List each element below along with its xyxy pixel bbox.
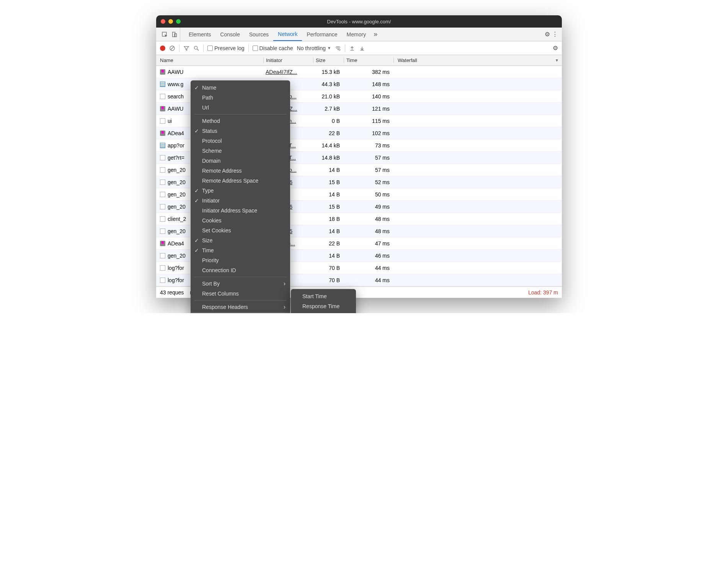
request-name: gen_20 [168, 191, 186, 198]
menu-item-response-headers[interactable]: Response Headers [191, 302, 290, 312]
menu-item-scheme[interactable]: Scheme [191, 146, 290, 156]
size-cell: 14 B [313, 253, 344, 259]
file-icon [160, 216, 165, 222]
request-name: ADea4 [168, 130, 184, 136]
menu-item-initiator-address-space[interactable]: Initiator Address Space [191, 206, 290, 216]
request-name: log?for [168, 277, 184, 283]
download-har-icon[interactable] [359, 45, 365, 51]
time-cell: 73 ms [344, 142, 393, 149]
settings-icon[interactable]: ⚙ [543, 31, 551, 38]
waterfall-submenu[interactable]: Start TimeResponse TimeEnd TimeTotal Dur… [291, 289, 356, 313]
time-cell: 50 ms [344, 191, 393, 198]
filter-icon[interactable] [183, 45, 189, 51]
table-row[interactable]: AAWUADea4I7IfZ...15.3 kB382 ms [156, 66, 562, 78]
menu-item-sort-by[interactable]: Sort By [191, 279, 290, 289]
menu-item-remote-address[interactable]: Remote Address [191, 166, 290, 176]
file-icon [160, 229, 165, 234]
request-count: 43 reques [160, 289, 184, 296]
file-icon [160, 278, 165, 283]
submenu-item-start-time[interactable]: Start Time [291, 291, 356, 301]
menu-item-name[interactable]: Name [191, 83, 290, 93]
size-cell: 70 B [313, 277, 344, 283]
load-time: Load: 397 m [528, 289, 558, 296]
tab-performance[interactable]: Performance [302, 28, 342, 41]
file-icon [160, 155, 165, 160]
header-time[interactable]: Time [344, 57, 393, 63]
tab-memory[interactable]: Memory [342, 28, 371, 41]
menu-item-type[interactable]: Type [191, 186, 290, 196]
more-tabs-icon[interactable]: » [370, 30, 380, 38]
size-cell: 15 B [313, 179, 344, 185]
throttling-select[interactable]: No throttling▼ [297, 45, 331, 51]
request-name: app?or [168, 142, 184, 149]
menu-item-connection-id[interactable]: Connection ID [191, 265, 290, 275]
size-cell: 15.3 kB [313, 69, 344, 75]
request-name: client_2 [168, 216, 186, 222]
disable-cache-checkbox[interactable]: Disable cache [253, 45, 293, 51]
preserve-log-checkbox[interactable]: Preserve log [207, 45, 245, 51]
kebab-icon[interactable]: ⋮ [551, 31, 559, 38]
menu-item-time[interactable]: Time [191, 245, 290, 255]
time-cell: 44 ms [344, 265, 393, 271]
tab-network[interactable]: Network [273, 28, 302, 41]
time-cell: 102 ms [344, 130, 393, 136]
file-icon [160, 143, 165, 148]
record-button[interactable] [160, 46, 165, 51]
request-name: get?rt= [168, 155, 184, 161]
file-icon [160, 192, 165, 197]
network-settings-icon[interactable]: ⚙ [553, 45, 558, 51]
file-icon [160, 94, 165, 99]
header-name[interactable]: Name [156, 57, 263, 63]
tab-elements[interactable]: Elements [184, 28, 215, 41]
menu-item-initiator[interactable]: Initiator [191, 196, 290, 206]
header-context-menu[interactable]: NamePathUrlMethodStatusProtocolSchemeDom… [191, 80, 290, 313]
upload-har-icon[interactable] [349, 45, 355, 51]
size-cell: 14.8 kB [313, 155, 344, 161]
size-cell: 14 B [313, 167, 344, 173]
file-icon [160, 106, 165, 111]
menu-item-remote-address-space[interactable]: Remote Address Space [191, 176, 290, 186]
size-cell: 70 B [313, 265, 344, 271]
menu-item-method[interactable]: Method [191, 116, 290, 126]
menu-item-set-cookies[interactable]: Set Cookies [191, 225, 290, 235]
menu-item-protocol[interactable]: Protocol [191, 136, 290, 146]
time-cell: 57 ms [344, 155, 393, 161]
search-icon[interactable] [193, 45, 199, 51]
file-icon [160, 253, 165, 258]
network-conditions-icon[interactable] [335, 45, 341, 51]
device-toggle-icon[interactable] [171, 31, 178, 38]
request-name: AAWU [168, 69, 183, 75]
clear-icon[interactable] [169, 45, 175, 51]
tab-sources[interactable]: Sources [245, 28, 273, 41]
header-initiator[interactable]: Initiator [263, 57, 313, 63]
menu-item-reset-columns[interactable]: Reset Columns [191, 289, 290, 299]
menu-item-cookies[interactable]: Cookies [191, 216, 290, 225]
submenu-item-end-time[interactable]: End Time [291, 311, 356, 313]
file-icon [160, 204, 165, 209]
size-cell: 22 B [313, 130, 344, 136]
submenu-item-response-time[interactable]: Response Time [291, 301, 356, 311]
time-cell: 121 ms [344, 106, 393, 112]
inspect-icon[interactable] [162, 31, 168, 38]
menu-item-waterfall[interactable]: Waterfall [191, 312, 290, 313]
titlebar: DevTools - www.google.com/ [156, 15, 562, 28]
svg-line-6 [197, 49, 199, 51]
menu-item-domain[interactable]: Domain [191, 156, 290, 166]
svg-point-7 [339, 49, 340, 51]
menu-item-url[interactable]: Url [191, 103, 290, 113]
menu-item-status[interactable]: Status [191, 126, 290, 136]
file-icon [160, 265, 165, 271]
devtools-window: DevTools - www.google.com/ ElementsConso… [156, 15, 562, 298]
time-cell: 44 ms [344, 277, 393, 283]
menu-item-size[interactable]: Size [191, 235, 290, 245]
request-name: log?for [168, 265, 184, 271]
menu-item-priority[interactable]: Priority [191, 255, 290, 265]
menu-item-path[interactable]: Path [191, 93, 290, 103]
header-waterfall[interactable]: Waterfall▼ [393, 57, 562, 63]
tab-console[interactable]: Console [215, 28, 244, 41]
initiator-cell[interactable]: ADea4I7IfZ... [263, 69, 313, 75]
time-cell: 47 ms [344, 240, 393, 247]
request-name: www.g [168, 81, 183, 87]
header-size[interactable]: Size [313, 57, 344, 63]
file-icon [160, 180, 165, 185]
